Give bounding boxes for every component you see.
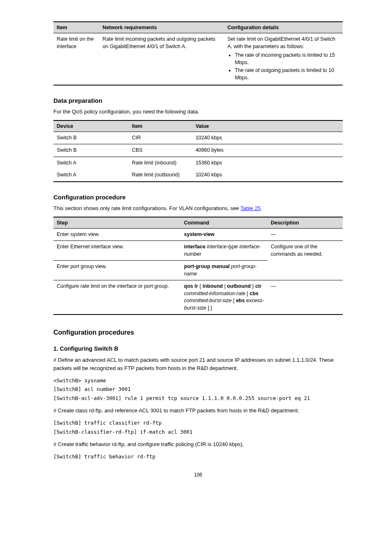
table-cell: Enter port group view. xyxy=(53,261,181,280)
t3-h1: Step xyxy=(53,217,181,229)
para-acl: # Define an advanced ACL to match packet… xyxy=(53,356,343,372)
table-cell: CBS xyxy=(129,144,192,157)
t1-h3: Configuration details xyxy=(224,22,343,33)
config-proc-caption: This section shows only rate limit confi… xyxy=(53,205,343,213)
table-cell: Configure rate limit on the interface or… xyxy=(53,280,181,315)
table-cell: 15360 kbps xyxy=(192,157,343,169)
heading-config-procedure: Configuration procedure xyxy=(53,194,343,201)
code-block-1: <SwitchB> sysname [SwitchB] acl number 3… xyxy=(53,376,343,402)
heading-data-preparation: Data preparation xyxy=(53,97,343,104)
t1-detail: Set rate limit on GigabitEthernet 4/0/1 … xyxy=(224,33,343,86)
step-configuring-switch-b: 1. Configuring Switch B xyxy=(53,345,343,352)
step-number: 1. xyxy=(53,345,58,352)
code-line: [SwitchB-classifier-rd-ftp] if-match acl… xyxy=(53,429,193,435)
table-cell: Rate limit (outbound) xyxy=(129,169,192,182)
para-behavior: # Create traffic behavior rd-ftp, and co… xyxy=(53,440,343,449)
t1-h1: Item xyxy=(53,22,99,33)
code-block-3: [SwitchB] traffic behavior rd-ftp xyxy=(53,452,343,461)
code-line: [SwitchB] traffic classifier rd-ftp xyxy=(53,420,161,426)
t2-h2: Item xyxy=(129,120,192,132)
table-config-procedure: Step Command Description Enter system vi… xyxy=(53,217,343,315)
code-line: [SwitchB-acl-adv-3001] rule 1 permit tcp… xyxy=(53,395,310,401)
t1-bullet-1: The rate of incoming packets is limited … xyxy=(235,52,339,66)
caption-suffix: . xyxy=(261,205,262,211)
table-network-reqs: Item Network requirements Configuration … xyxy=(53,21,343,86)
t3-h2: Command xyxy=(181,217,267,229)
t1-req: Rate limit incoming packets and outgoing… xyxy=(99,33,224,86)
table-cell: Rate limit (inbound) xyxy=(129,157,192,169)
data-prep-intro: For the QoS policy configuration, you ne… xyxy=(53,108,343,116)
table-cell: interface interface-type interface-numbe… xyxy=(181,241,267,261)
table-cell: Switch B xyxy=(53,144,129,157)
t1-item: Rate limit on the interface xyxy=(53,33,99,86)
code-line: [SwitchB] acl number 3001 xyxy=(53,386,131,392)
table-cell: CIR xyxy=(129,132,192,144)
caption-prefix: This section shows only rate limit confi… xyxy=(53,205,240,211)
table-cell: qos lr { inbound | outbound } cir commit… xyxy=(181,280,267,315)
t1-detail-intro: Set rate limit on GigabitEthernet 4/0/1 … xyxy=(227,36,339,50)
table-data-prep: Device Item Value Switch B CIR 10240 kbp… xyxy=(53,120,343,182)
t3-h3: Description xyxy=(267,217,343,229)
t2-h1: Device xyxy=(53,120,129,132)
table-cell: Enter Ethernet interface view. xyxy=(53,241,181,261)
table-cell: Configure one of the commands as needed. xyxy=(267,241,343,280)
code-line: [SwitchB] traffic behavior rd-ftp xyxy=(53,453,155,460)
table-cell: Switch A xyxy=(53,157,129,169)
code-block-2: [SwitchB] traffic classifier rd-ftp [Swi… xyxy=(53,419,343,436)
link-table-25[interactable]: Table 25 xyxy=(240,205,261,211)
page-number: 106 xyxy=(53,472,343,478)
t1-h2: Network requirements xyxy=(99,22,224,33)
step-title: Configuring Switch B xyxy=(60,345,118,352)
table-cell: — xyxy=(267,228,343,241)
code-line: <SwitchB> sysname xyxy=(53,377,106,384)
para-class: # Create class rd-ftp, and reference ACL… xyxy=(53,407,343,415)
t2-h3: Value xyxy=(192,120,343,132)
table-cell: 10240 kbps xyxy=(192,132,343,144)
table-cell: Enter system view. xyxy=(53,228,181,241)
table-cell: system-view xyxy=(181,228,267,241)
table-cell: Switch B xyxy=(53,132,129,144)
table-cell: — xyxy=(267,280,343,315)
heading-config-procedures: Configuration procedures xyxy=(53,329,343,336)
table-cell: port-group manual port-group-name xyxy=(181,261,267,280)
t1-bullet-2: The rate of outgoing packets is limited … xyxy=(235,67,339,81)
table-cell: Switch A xyxy=(53,169,129,182)
table-cell: 10240 kbps xyxy=(192,169,343,182)
table-cell: 40960 bytes xyxy=(192,144,343,157)
